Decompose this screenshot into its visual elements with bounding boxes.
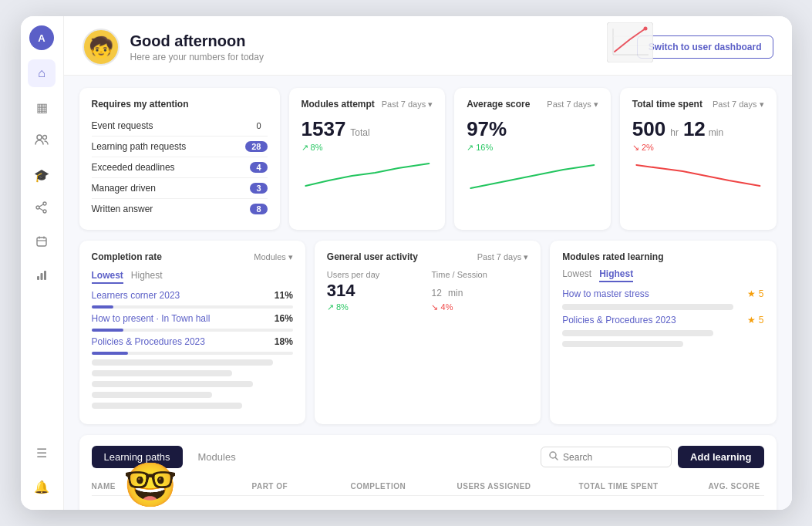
total-time-title: Total time spent [632,99,702,110]
sidebar-item-grid[interactable]: ▦ [28,93,56,121]
rated-tab-lowest[interactable]: Lowest [562,268,591,282]
general-activity-card: General user activity Past 7 days ▾ User… [315,241,541,424]
average-score-value: 97% [467,117,598,141]
comp-label-0[interactable]: Learners corner 2023 [92,290,180,301]
users-per-day-value: 314 [327,281,424,301]
attention-label-manager: Manager driven [92,183,156,194]
svg-point-4 [43,210,46,213]
greeting-subtitle: Here are your numbers for today [130,52,264,62]
total-time-change: ↘ 2% [632,143,764,153]
attention-item-event: Event requests 0 [92,116,268,137]
completion-card: Completion rate Modules ▾ Lowest Highest… [79,241,305,424]
sidebar-item-list[interactable]: ☰ [28,439,56,467]
users-icon [35,134,49,148]
completion-title-row: Completion rate Modules ▾ [92,251,293,262]
search-box[interactable] [541,447,672,467]
users-per-day-label: Users per day [327,270,424,279]
chevron-down-icon: ▾ [760,99,764,110]
modules-attempt-title: Modules attempt [302,99,375,110]
svg-rect-12 [41,273,43,280]
tab-modules[interactable]: Modules [186,446,248,468]
attention-badge-lp: 28 [245,141,267,152]
svg-point-2 [43,202,46,205]
add-learning-button[interactable]: Add learning [678,446,763,468]
average-score-change: ↗ 16% [467,143,598,153]
graduation-icon: 🎓 [34,168,49,183]
sidebar-item-share[interactable] [28,195,56,223]
bottom-tabs: Learning paths Modules [92,446,248,468]
sidebar-item-calendar[interactable] [28,229,56,257]
general-activity-filter[interactable]: Past 7 days ▾ [477,252,528,262]
calendar-icon [35,235,48,251]
attention-item-manager: Manager driven 3 [92,178,268,199]
completion-filter[interactable]: Modules ▾ [254,252,293,262]
header-chart-decoration [607,22,653,62]
attention-card-title: Requires my attention [92,99,268,110]
header-text: Good afternoon Here are your numbers for… [130,32,264,62]
total-time-title-row: Total time spent Past 7 days ▾ [632,99,764,110]
modules-rated-card: Modules rated learning Lowest Highest Ho… [550,241,776,424]
tab-learning-paths[interactable]: Learning paths [92,446,183,468]
down-arrow-icon: ↘ [431,302,438,312]
modules-attempt-title-row: Modules attempt Past 7 days ▾ [302,99,433,110]
user-activity-grid: Users per day 314 ↗ 8% Time / Session 12 [327,270,528,312]
search-icon [549,451,558,463]
switch-dashboard-button[interactable]: Switch to user dashboard [637,35,773,59]
comp-label-2[interactable]: Policies & Procedures 2023 [92,336,205,347]
th-users-assigned: USERS ASSIGNED [457,482,573,491]
time-per-session-change: ↘ 4% [431,302,528,312]
up-arrow-icon: ↗ [467,143,473,152]
bottom-section: Learning paths Modules [79,435,777,510]
svg-rect-13 [44,271,46,280]
rated-stars-1: ★ 5 [747,315,763,325]
rated-stars-0: ★ 5 [747,288,763,299]
th-part-of: PART OF [252,482,345,491]
table-row: 🗑 [92,501,764,510]
svg-line-6 [39,208,43,211]
total-time-filter[interactable]: Past 7 days ▾ [713,99,763,110]
modules-attempt-chart [302,159,433,190]
sidebar: A ⌂ ▦ 🎓 [21,16,64,510]
th-completion: COMPLETION [351,482,451,491]
completion-tabs: Lowest Highest [92,270,293,284]
bell-icon: 🔔 [34,480,49,494]
users-per-day-metric: Users per day 314 ↗ 8% [327,270,424,312]
comp-item-0: Learners corner 2023 11% [92,290,293,301]
comp-pct-0: 11% [275,290,293,301]
modules-attempt-filter[interactable]: Past 7 days ▾ [382,99,433,110]
average-score-filter[interactable]: Past 7 days ▾ [547,99,598,110]
average-score-card: Average score Past 7 days ▾ 97% ↗ 16% [454,88,611,230]
svg-line-5 [39,204,43,207]
content-area: Requires my attention Event requests 0 L… [64,76,792,510]
cards-row: Requires my attention Event requests 0 L… [79,88,777,230]
sidebar-user-avatar[interactable]: A [29,25,54,50]
search-input[interactable] [563,452,663,463]
th-avg-score: AVG. SCORE [709,482,792,491]
rated-tab-highest[interactable]: Highest [599,268,633,282]
attention-badge-event: 0 [250,120,267,131]
rated-label-1[interactable]: Policies & Procedures 2023 [562,315,676,325]
rated-label-0[interactable]: How to master stress [562,288,649,299]
time-per-session-metric: Time / Session 12 min ↘ 4% [431,270,528,312]
tab-lowest[interactable]: Lowest [92,270,123,284]
sidebar-item-home[interactable]: ⌂ [28,59,56,87]
svg-point-0 [37,135,42,140]
average-score-title-row: Average score Past 7 days ▾ [467,99,598,110]
chart-icon [35,269,48,285]
average-score-chart [467,159,598,190]
sidebar-item-graduation[interactable]: 🎓 [28,161,56,189]
modules-attempt-card: Modules attempt Past 7 days ▾ 1537 Total… [289,88,446,230]
tab-highest[interactable]: Highest [131,270,163,284]
down-arrow-icon: ↘ [632,143,639,152]
attention-item-deadlines: Exceeded deadlines 4 [92,157,268,178]
comp-item-1: How to present · In Town hall 16% [92,313,293,324]
sidebar-item-chart[interactable] [28,263,56,291]
modules-rated-title: Modules rated learning [562,251,763,262]
sidebar-item-users[interactable] [28,127,56,155]
attention-badge-deadlines: 4 [250,162,267,173]
chevron-down-icon: ▾ [428,99,433,110]
chevron-down-icon: ▾ [594,99,598,110]
attention-label-lp: Learning path requests [92,141,187,152]
sidebar-item-bell[interactable]: 🔔 [28,473,56,501]
comp-label-1[interactable]: How to present · In Town hall [92,313,211,324]
